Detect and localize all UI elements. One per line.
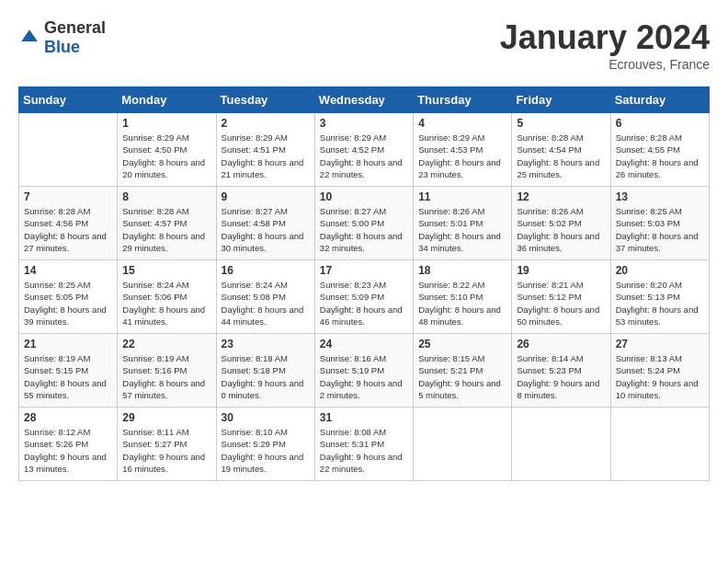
calendar-cell: 4 Sunrise: 8:29 AMSunset: 4:53 PMDayligh… [414,113,512,187]
logo-icon [18,27,40,49]
day-number: 23 [222,338,310,350]
calendar-cell: 20 Sunrise: 8:20 AMSunset: 5:13 PMDaylig… [610,260,709,334]
day-detail: Sunrise: 8:16 AMSunset: 5:19 PMDaylight:… [320,352,408,401]
day-detail: Sunrise: 8:29 AMSunset: 4:53 PMDaylight:… [418,132,506,180]
day-detail: Sunrise: 8:13 AMSunset: 5:24 PMDaylight:… [616,352,704,401]
day-number: 11 [418,190,506,203]
calendar-cell: 19 Sunrise: 8:21 AMSunset: 5:12 PMDaylig… [512,260,610,334]
calendar-cell: 15 Sunrise: 8:24 AMSunset: 5:06 PMDaylig… [118,260,216,334]
day-number: 30 [222,411,310,424]
week-row-1: 7 Sunrise: 8:28 AMSunset: 4:56 PMDayligh… [19,187,710,260]
day-detail: Sunrise: 8:28 AMSunset: 4:55 PMDaylight:… [616,132,704,180]
calendar-cell [19,113,118,187]
calendar-cell: 22 Sunrise: 8:19 AMSunset: 5:16 PMDaylig… [118,334,216,408]
calendar-cell: 13 Sunrise: 8:25 AMSunset: 5:03 PMDaylig… [610,187,709,260]
day-detail: Sunrise: 8:28 AMSunset: 4:56 PMDaylight:… [24,205,112,254]
day-number: 17 [320,264,408,277]
day-detail: Sunrise: 8:25 AMSunset: 5:03 PMDaylight:… [616,205,704,254]
day-number: 13 [616,190,704,203]
day-number: 22 [122,338,210,350]
day-number: 26 [517,338,605,350]
calendar-cell: 12 Sunrise: 8:26 AMSunset: 5:02 PMDaylig… [512,187,610,260]
calendar-cell: 25 Sunrise: 8:15 AMSunset: 5:21 PMDaylig… [414,334,512,408]
day-detail: Sunrise: 8:23 AMSunset: 5:09 PMDaylight:… [320,279,408,327]
day-number: 10 [320,190,408,203]
calendar-table: SundayMondayTuesdayWednesdayThursdayFrid… [18,86,710,481]
svg-marker-0 [21,29,38,41]
location-text: Ecrouves, France [500,57,710,72]
day-header-row: SundayMondayTuesdayWednesdayThursdayFrid… [19,87,710,113]
day-number: 4 [418,117,506,130]
logo: General Blue [18,18,106,57]
day-header-wednesday: Wednesday [314,87,413,113]
day-number: 25 [418,338,506,350]
day-number: 6 [616,117,704,130]
month-title: January 2024 [500,18,710,57]
day-detail: Sunrise: 8:29 AMSunset: 4:51 PMDaylight:… [222,132,310,180]
day-detail: Sunrise: 8:21 AMSunset: 5:12 PMDaylight:… [517,279,605,327]
day-detail: Sunrise: 8:14 AMSunset: 5:23 PMDaylight:… [517,352,605,401]
calendar-cell: 8 Sunrise: 8:28 AMSunset: 4:57 PMDayligh… [118,187,216,260]
calendar-cell: 24 Sunrise: 8:16 AMSunset: 5:19 PMDaylig… [314,334,413,408]
day-number: 15 [122,264,210,277]
day-detail: Sunrise: 8:27 AMSunset: 5:00 PMDaylight:… [320,205,408,254]
day-detail: Sunrise: 8:24 AMSunset: 5:06 PMDaylight:… [122,279,210,327]
day-number: 21 [24,338,112,350]
day-detail: Sunrise: 8:29 AMSunset: 4:50 PMDaylight:… [122,132,210,180]
day-number: 8 [122,190,210,203]
calendar-cell: 6 Sunrise: 8:28 AMSunset: 4:55 PMDayligh… [610,113,709,187]
logo-text: General Blue [44,18,106,57]
day-header-monday: Monday [118,87,216,113]
day-header-sunday: Sunday [19,87,118,113]
day-detail: Sunrise: 8:25 AMSunset: 5:05 PMDaylight:… [24,279,112,327]
day-number: 14 [24,264,112,277]
day-number: 18 [418,264,506,277]
calendar-cell: 7 Sunrise: 8:28 AMSunset: 4:56 PMDayligh… [19,187,118,260]
day-detail: Sunrise: 8:20 AMSunset: 5:13 PMDaylight:… [616,279,704,327]
calendar-cell: 26 Sunrise: 8:14 AMSunset: 5:23 PMDaylig… [512,334,610,408]
calendar-cell: 21 Sunrise: 8:19 AMSunset: 5:15 PMDaylig… [19,334,118,408]
calendar-cell: 31 Sunrise: 8:08 AMSunset: 5:31 PMDaylig… [314,408,413,481]
week-row-0: 1 Sunrise: 8:29 AMSunset: 4:50 PMDayligh… [19,113,710,187]
day-header-friday: Friday [512,87,610,113]
day-detail: Sunrise: 8:18 AMSunset: 5:18 PMDaylight:… [222,352,310,401]
day-detail: Sunrise: 8:19 AMSunset: 5:16 PMDaylight:… [122,352,210,401]
day-number: 31 [320,411,408,424]
calendar-cell: 14 Sunrise: 8:25 AMSunset: 5:05 PMDaylig… [19,260,118,334]
calendar-cell [610,408,709,481]
calendar-cell: 17 Sunrise: 8:23 AMSunset: 5:09 PMDaylig… [314,260,413,334]
calendar-cell: 9 Sunrise: 8:27 AMSunset: 4:58 PMDayligh… [216,187,314,260]
day-detail: Sunrise: 8:28 AMSunset: 4:57 PMDaylight:… [122,205,210,254]
calendar-cell: 18 Sunrise: 8:22 AMSunset: 5:10 PMDaylig… [414,260,512,334]
day-header-saturday: Saturday [610,87,709,113]
day-detail: Sunrise: 8:22 AMSunset: 5:10 PMDaylight:… [418,279,506,327]
calendar-cell: 1 Sunrise: 8:29 AMSunset: 4:50 PMDayligh… [118,113,216,187]
week-row-2: 14 Sunrise: 8:25 AMSunset: 5:05 PMDaylig… [19,260,710,334]
calendar-cell: 3 Sunrise: 8:29 AMSunset: 4:52 PMDayligh… [314,113,413,187]
day-detail: Sunrise: 8:28 AMSunset: 4:54 PMDaylight:… [517,132,605,180]
calendar-cell [512,408,610,481]
calendar-cell: 16 Sunrise: 8:24 AMSunset: 5:08 PMDaylig… [216,260,314,334]
calendar-cell: 5 Sunrise: 8:28 AMSunset: 4:54 PMDayligh… [512,113,610,187]
calendar-cell: 23 Sunrise: 8:18 AMSunset: 5:18 PMDaylig… [216,334,314,408]
calendar-cell: 10 Sunrise: 8:27 AMSunset: 5:00 PMDaylig… [314,187,413,260]
day-detail: Sunrise: 8:08 AMSunset: 5:31 PMDaylight:… [320,426,408,475]
day-number: 19 [517,264,605,277]
week-row-3: 21 Sunrise: 8:19 AMSunset: 5:15 PMDaylig… [19,334,710,408]
day-number: 5 [517,117,605,130]
day-number: 7 [24,190,112,203]
day-detail: Sunrise: 8:26 AMSunset: 5:01 PMDaylight:… [418,205,506,254]
calendar-cell: 30 Sunrise: 8:10 AMSunset: 5:29 PMDaylig… [216,408,314,481]
calendar-cell: 2 Sunrise: 8:29 AMSunset: 4:51 PMDayligh… [216,113,314,187]
day-detail: Sunrise: 8:26 AMSunset: 5:02 PMDaylight:… [517,205,605,254]
day-number: 28 [24,411,112,424]
day-number: 2 [222,117,310,130]
day-detail: Sunrise: 8:19 AMSunset: 5:15 PMDaylight:… [24,352,112,401]
day-number: 16 [222,264,310,277]
day-detail: Sunrise: 8:11 AMSunset: 5:27 PMDaylight:… [122,426,210,475]
day-detail: Sunrise: 8:29 AMSunset: 4:52 PMDaylight:… [320,132,408,180]
title-block: January 2024 Ecrouves, France [500,18,710,72]
day-number: 27 [616,338,704,350]
calendar-cell: 29 Sunrise: 8:11 AMSunset: 5:27 PMDaylig… [118,408,216,481]
page-header: General Blue January 2024 Ecrouves, Fran… [18,18,710,72]
